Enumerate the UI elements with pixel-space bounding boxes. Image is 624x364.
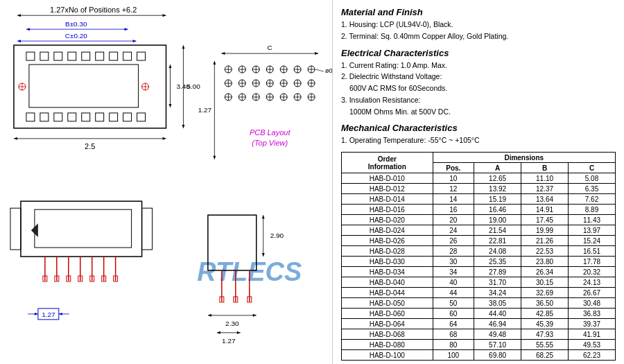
table-cell-order: HAB-D-010 <box>342 173 433 184</box>
table-cell-b: 68.25 <box>521 350 569 361</box>
table-cell-a: 24.08 <box>474 246 521 257</box>
svg-marker-7 <box>125 28 128 31</box>
svg-rect-17 <box>82 52 90 60</box>
svg-text:2.90: 2.90 <box>270 232 284 239</box>
svg-marker-6 <box>26 28 30 31</box>
table-cell-order: HAB-D-064 <box>342 319 433 329</box>
svg-marker-47 <box>14 137 17 140</box>
table-row: HAB-D-0808057.1055.5549.53 <box>342 340 616 350</box>
table-cell-a: 12.65 <box>474 173 521 184</box>
table-cell-b: 14.91 <box>521 205 569 215</box>
table-row: HAB-D-10010069.8068.2562.23 <box>342 350 616 361</box>
svg-marker-40 <box>168 104 171 107</box>
table-cell-pos: 60 <box>433 309 474 319</box>
col-header-dimensions: Dimensions <box>433 153 616 163</box>
table-cell-b: 22.53 <box>521 246 569 257</box>
table-cell-b: 47.93 <box>521 329 569 340</box>
svg-line-122 <box>315 69 324 71</box>
table-cell-b: 32.69 <box>521 288 569 298</box>
table-cell-order: HAB-D-100 <box>342 350 433 361</box>
table-cell-pos: 28 <box>433 246 474 257</box>
svg-marker-52 <box>221 52 225 55</box>
table-cell-b: 11.10 <box>521 173 569 184</box>
table-cell-c: 13.97 <box>569 225 616 236</box>
right-panel: Material and Finish 1. Housing: LCP (UL9… <box>333 0 624 364</box>
svg-rect-26 <box>82 113 90 121</box>
table-cell-pos: 30 <box>433 257 474 267</box>
svg-marker-153 <box>261 215 264 218</box>
table-cell-a: 34.24 <box>474 288 521 298</box>
table-cell-pos: 14 <box>433 194 474 205</box>
table-cell-b: 17.45 <box>521 215 569 225</box>
table-cell-b: 26.34 <box>521 267 569 277</box>
col-header-order: Order Information <box>342 153 433 173</box>
table-row: HAB-D-0141415.1913.647.62 <box>342 194 616 205</box>
table-cell-order: HAB-D-034 <box>342 267 433 277</box>
table-cell-pos: 50 <box>433 298 474 309</box>
table-row: HAB-D-0303025.3523.8017.78 <box>342 257 616 267</box>
table-cell-c: 7.62 <box>569 194 616 205</box>
svg-text:5.00: 5.00 <box>187 83 200 90</box>
table-row: HAB-D-0404031.7030.1524.13 <box>342 277 616 288</box>
table-cell-b: 36.50 <box>521 298 569 309</box>
svg-rect-16 <box>68 52 76 60</box>
svg-text:C: C <box>268 44 272 51</box>
svg-text:1.27: 1.27 <box>198 106 212 114</box>
table-cell-order: HAB-D-068 <box>342 329 433 340</box>
table-row: HAB-D-0686849.4847.9341.91 <box>342 329 616 340</box>
svg-text:1.27: 1.27 <box>42 311 55 318</box>
svg-rect-27 <box>96 113 104 121</box>
table-cell-c: 5.08 <box>569 173 616 184</box>
table-cell-c: 6.35 <box>569 184 616 194</box>
svg-marker-164 <box>252 314 256 317</box>
svg-rect-30 <box>137 113 146 121</box>
electrical-item-1: 1. Current Rating: 1.0 Amp. Max. <box>341 60 616 71</box>
svg-marker-147 <box>35 313 38 315</box>
mechanical-title: Mechanical Characteristics <box>341 123 616 133</box>
table-cell-pos: 10 <box>433 173 474 184</box>
table-row: HAB-D-0121213.9212.376.35 <box>342 184 616 194</box>
table-cell-order: HAB-D-080 <box>342 340 433 350</box>
table-cell-c: 41.91 <box>569 329 616 340</box>
table-cell-pos: 24 <box>433 225 474 236</box>
dimensions-table: Order Information Dimensions Pos. A B C … <box>341 152 616 361</box>
electrical-item-5: 1000M Ohms Min. at 500V DC. <box>341 107 616 118</box>
table-cell-b: 42.85 <box>521 309 569 319</box>
svg-text:1.27xNo of Positions +6.2: 1.27xNo of Positions +6.2 <box>50 6 137 14</box>
table-row: HAB-D-0343427.8926.3420.32 <box>342 267 616 277</box>
svg-marker-48 <box>163 137 166 140</box>
electrical-item-4: 3. Insulation Resistance: <box>341 95 616 106</box>
svg-marker-44 <box>182 125 184 128</box>
table-cell-b: 12.37 <box>521 184 569 194</box>
table-row: HAB-D-0202019.0017.4511.43 <box>342 215 616 225</box>
svg-marker-53 <box>315 52 318 55</box>
material-section: Material and Finish 1. Housing: LCP (UL9… <box>341 7 616 42</box>
svg-marker-55 <box>213 61 216 64</box>
table-cell-c: 26.67 <box>569 288 616 298</box>
table-cell-c: 11.43 <box>569 215 616 225</box>
svg-rect-37 <box>29 64 139 107</box>
table-cell-order: HAB-D-016 <box>342 205 433 215</box>
drawing-top: 1.27xNo of Positions +6.2 B±0.30 C±0.20 <box>0 0 332 180</box>
drawing-front-view: 1.27 <box>0 180 166 364</box>
table-row: HAB-D-0646446.9445.3939.37 <box>342 319 616 329</box>
svg-text:C±0.20: C±0.20 <box>65 32 88 40</box>
table-cell-c: 20.32 <box>569 267 616 277</box>
table-cell-b: 21.26 <box>521 236 569 246</box>
col-header-c: C <box>569 163 616 173</box>
table-cell-a: 21.54 <box>474 225 521 236</box>
table-cell-order: HAB-D-026 <box>342 236 433 246</box>
table-cell-a: 38.05 <box>474 298 521 309</box>
table-cell-a: 69.80 <box>474 350 521 361</box>
table-row: HAB-D-0505038.0536.5030.48 <box>342 298 616 309</box>
svg-marker-10 <box>17 40 21 42</box>
svg-marker-43 <box>182 45 184 49</box>
svg-rect-13 <box>26 52 35 60</box>
svg-marker-11 <box>133 40 137 42</box>
table-cell-b: 23.80 <box>521 257 569 267</box>
table-cell-order: HAB-D-012 <box>342 184 433 194</box>
table-cell-a: 22.81 <box>474 236 521 246</box>
table-cell-order: HAB-D-060 <box>342 309 433 319</box>
svg-text:1.27: 1.27 <box>222 337 236 345</box>
table-row: HAB-D-0161616.4614.918.89 <box>342 205 616 215</box>
